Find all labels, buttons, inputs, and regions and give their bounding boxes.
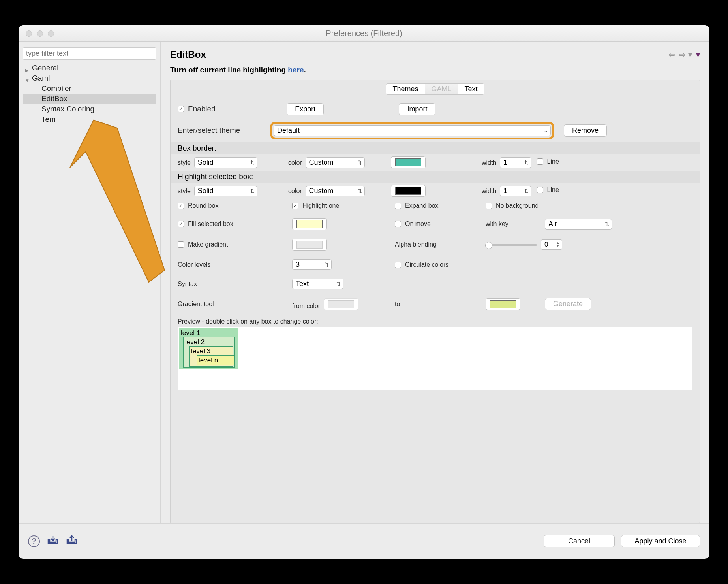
import-button[interactable]: Import [399, 103, 435, 115]
combo-value: Alt [548, 220, 557, 228]
preference-tree: General Gaml Compiler EditBox Syntax Col… [23, 63, 156, 124]
hint-link[interactable]: here [288, 66, 304, 74]
border-style-combo[interactable]: Solid⇅ [194, 157, 257, 168]
help-icon[interactable]: ? [28, 535, 40, 547]
preview-level-3[interactable]: level 3 level n [189, 346, 233, 367]
tree-item-compiler[interactable]: Compiler [23, 83, 156, 94]
highlight-one-checkbox[interactable]: Highlight one [292, 202, 395, 209]
menu-icon[interactable]: ▾ [696, 50, 700, 59]
preview-level-2[interactable]: level 2 level 3 level n [183, 337, 235, 368]
tree-label: Gaml [32, 74, 50, 83]
style-label: style [178, 159, 191, 166]
line-label: Line [547, 158, 559, 165]
preview-level-1[interactable]: level 1 level 2 level 3 level n [179, 328, 238, 369]
opt-label: On move [405, 220, 431, 228]
syntax-label: Syntax [178, 281, 292, 288]
color-levels-combo[interactable]: 3⇅ [292, 259, 332, 270]
tab-gaml[interactable]: GAML [425, 84, 458, 94]
filter-input[interactable] [23, 47, 156, 60]
from-color-swatch[interactable] [324, 298, 358, 310]
border-color-combo[interactable]: Custom⇅ [306, 157, 365, 168]
export-button[interactable]: Export [287, 103, 324, 115]
tree-item-general[interactable]: General [23, 63, 156, 73]
generate-button[interactable]: Generate [545, 298, 591, 310]
close-icon[interactable] [26, 30, 32, 37]
pv-label: level 1 [181, 329, 200, 337]
circulate-checkbox[interactable]: Circulate colors [395, 261, 612, 268]
sidebar: General Gaml Compiler EditBox Syntax Col… [19, 42, 161, 523]
fill-color-swatch[interactable] [292, 218, 327, 230]
hl-line-checkbox[interactable]: Line [537, 187, 559, 194]
border-color-swatch[interactable] [391, 156, 426, 168]
tab-themes[interactable]: Themes [386, 84, 425, 94]
tree-label: General [32, 64, 59, 72]
enabled-checkbox[interactable]: Enabled [178, 105, 216, 113]
tree-item-syntax-coloring[interactable]: Syntax Coloring [23, 104, 156, 114]
window-title: Preferences (Filtered) [19, 29, 709, 38]
export-prefs-icon[interactable] [66, 535, 78, 548]
apply-close-button[interactable]: Apply and Close [621, 535, 700, 547]
theme-highlight: Default⌄ [270, 122, 554, 139]
remove-button[interactable]: Remove [564, 124, 607, 137]
import-prefs-icon[interactable] [47, 535, 59, 548]
border-line-checkbox[interactable]: Line [537, 158, 559, 165]
pv-label: level n [199, 356, 218, 364]
tree-item-editbox[interactable]: EditBox [23, 94, 156, 104]
round-box-checkbox[interactable]: Round box [178, 202, 292, 209]
tree-label: Syntax Coloring [41, 105, 94, 113]
gradient-tool-label: Gradient tool [178, 301, 292, 308]
gradient-swatch[interactable] [292, 239, 327, 251]
enabled-label: Enabled [188, 105, 216, 113]
combo-value: Solid [198, 158, 214, 167]
fill-selected-checkbox[interactable]: Fill selected box [178, 220, 292, 228]
tree-label: Compiler [41, 84, 71, 93]
hl-width-combo[interactable]: 1⇅ [500, 186, 531, 196]
theme-value: Default [277, 126, 300, 135]
tree-item-gaml[interactable]: Gaml [23, 73, 156, 83]
theme-combo[interactable]: Default⌄ [274, 125, 551, 136]
to-color-swatch[interactable] [486, 298, 520, 310]
opt-label: Make gradient [188, 241, 228, 248]
make-gradient-checkbox[interactable]: Make gradient [178, 241, 292, 248]
no-background-checkbox[interactable]: No background [486, 202, 612, 209]
width-label: width [482, 159, 496, 166]
border-width-combo[interactable]: 1⇅ [500, 157, 531, 168]
theme-label: Enter/select theme [178, 126, 261, 135]
on-move-checkbox[interactable]: On move [395, 220, 486, 228]
alpha-slider[interactable] [486, 244, 537, 246]
pv-label: level 2 [185, 338, 205, 346]
zoom-icon[interactable] [48, 30, 54, 37]
titlebar: Preferences (Filtered) [19, 25, 709, 42]
combo-value: 1 [503, 158, 507, 167]
preview-area[interactable]: level 1 level 2 level 3 level n [178, 327, 692, 390]
expand-box-checkbox[interactable]: Expand box [395, 202, 486, 209]
cancel-button[interactable]: Cancel [544, 535, 615, 547]
with-key-combo[interactable]: Alt⇅ [545, 219, 612, 230]
window-controls [19, 30, 54, 37]
opt-label: Highlight one [302, 202, 339, 209]
hl-color-swatch[interactable] [391, 185, 426, 197]
minimize-icon[interactable] [37, 30, 43, 37]
forward-icon[interactable]: ⇨ ▾ [679, 50, 692, 59]
preview-level-n[interactable]: level n [197, 355, 235, 365]
section-box-border: Box border: [171, 142, 700, 154]
tab-text[interactable]: Text [458, 84, 484, 94]
back-icon[interactable]: ⇦ [668, 50, 675, 59]
num-value: 0 [544, 241, 548, 248]
alpha-value[interactable]: 0▲▼ [541, 239, 562, 250]
opt-label: Circulate colors [405, 261, 448, 268]
combo-value: Custom [309, 158, 334, 167]
with-key-label: with key [486, 220, 545, 228]
combo-value: Solid [198, 187, 214, 195]
color-label: color [288, 159, 302, 166]
syntax-combo[interactable]: Text⇅ [292, 279, 343, 289]
combo-value: Custom [309, 187, 334, 195]
to-label: to [395, 301, 486, 308]
tab-group: Themes GAML Text [386, 83, 484, 95]
tree-item-templates[interactable]: Tem [23, 114, 156, 124]
opt-label: No background [496, 202, 539, 209]
section-highlight-box: Highlight selected box: [171, 171, 700, 183]
hl-style-combo[interactable]: Solid⇅ [194, 186, 257, 196]
page-title: EditBox [170, 49, 206, 60]
hl-color-combo[interactable]: Custom⇅ [306, 186, 365, 196]
